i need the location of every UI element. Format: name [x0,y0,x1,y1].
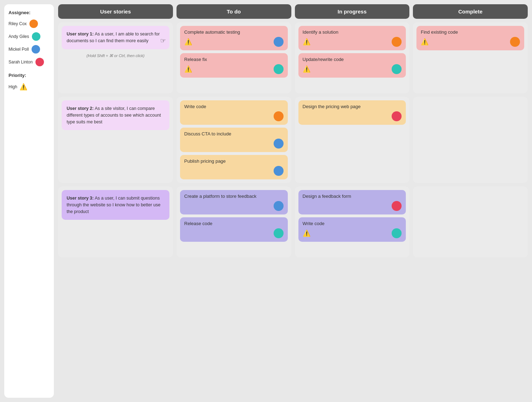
task-label-identify: Identify a solution [303,29,402,35]
assignee-name-sarah: Sarah Linton [9,60,33,65]
board-row-2: User story 2: As a site visitor, I can c… [58,97,528,183]
task-avatar-orange2 [510,37,520,47]
priority-warning-icon: ⚠️ [19,83,27,91]
task-warning-icon-6: ⚠️ [303,229,310,237]
us1-hint: (Hold Shift + ⌘ or Ctrl, then click) [62,54,169,58]
task-card-find-code[interactable]: Find existing code ⚠️ [416,26,524,50]
avatar-andy [32,32,40,41]
task-bottom-10 [184,201,284,211]
task-card-create-platform[interactable]: Create a platform to store feedback [180,190,288,214]
assignee-row-sarah[interactable]: Sarah Linton [9,57,50,67]
task-bottom-2: ⚠️ [184,64,284,74]
task-label-complete-auto: Complete automatic testing [184,29,284,35]
task-bottom-13: ⚠️ [303,228,402,238]
board: User stories To do In progress Complete … [54,0,532,402]
task-avatar-orange3 [274,111,284,121]
col-header-to-do: To do [177,4,291,19]
task-bottom-9 [303,111,402,121]
task-avatar-blue2 [274,139,284,149]
task-warning-icon-4: ⚠️ [303,65,310,73]
priority-label: Priority: [9,73,50,78]
task-card-update-code[interactable]: Update/rewrite code ⚠️ [298,53,406,78]
task-card-discuss-cta[interactable]: Discuss CTA to include [180,128,288,152]
lane-complete-row1: Find existing code ⚠️ [413,22,528,93]
us2-title: User story 2: [67,106,94,111]
task-avatar-teal3 [274,228,284,238]
task-label-find-code: Find existing code [421,29,520,35]
task-warning-icon-2: ⚠️ [184,65,192,73]
col-header-in-progress: In progress [295,4,410,19]
task-bottom-3: ⚠️ [303,37,402,47]
task-avatar-orange [392,37,402,47]
board-row-1: User story 1: As a user, I am able to se… [58,22,528,93]
task-avatar-pink2 [392,201,402,211]
us1-title: User story 1: [67,32,94,37]
task-avatar-blue3 [274,166,284,176]
task-warning-icon: ⚠️ [184,38,192,46]
lane-todo-row3: Create a platform to store feedback Rele… [177,186,291,257]
assignee-row-riley[interactable]: Riley Cox [9,19,50,29]
lane-us-row1: User story 1: As a user, I am able to se… [58,22,173,93]
assignee-row-mickel[interactable]: Mickel Poll [9,44,50,54]
task-bottom-4: ⚠️ [303,64,402,74]
user-story-card-2[interactable]: User story 2: As a site visitor, I can c… [62,100,169,130]
lane-todo-row1: Complete automatic testing ⚠️ Release fi… [177,22,291,93]
task-card-release-fix[interactable]: Release fix ⚠️ [180,53,288,78]
lane-todo-row2: Write code Discuss CTA to include Publis… [177,97,291,183]
us3-title: User story 3: [67,196,94,201]
task-card-design-feedback[interactable]: Design a feedback form [298,190,406,214]
task-warning-icon-5: ⚠️ [421,38,429,46]
task-bottom-6 [184,111,284,121]
col-header-user-stories: User stories [58,4,173,19]
task-label-release-code: Release code [184,221,284,226]
task-bottom-5: ⚠️ [421,37,520,47]
lane-complete-row2 [413,97,528,183]
task-bottom-7 [184,139,284,149]
task-bottom-1: ⚠️ [184,37,284,47]
task-avatar-blue [274,37,284,47]
lane-inprogress-row1: Identify a solution ⚠️ Update/rewrite co… [295,22,410,93]
task-card-design-pricing[interactable]: Design the pricing web page [298,100,406,125]
task-avatar-pink [392,111,402,121]
task-avatar-blue4 [274,201,284,211]
assignee-name-mickel: Mickel Poll [9,47,29,52]
task-card-release-code[interactable]: Release code [180,217,288,242]
avatar-mickel [32,45,40,54]
board-header: User stories To do In progress Complete [58,4,528,19]
task-card-identify-solution[interactable]: Identify a solution ⚠️ [298,26,406,50]
assignee-name-andy: Andy Giles [9,34,29,39]
lane-us-row3: User story 3: As a user, I can submit qu… [58,186,173,257]
task-avatar-teal4 [392,228,402,238]
sidebar: Assignee: Riley Cox Andy Giles Mickel Po… [4,4,54,398]
avatar-riley [29,19,38,28]
task-card-publish-pricing[interactable]: Publish pricing page [180,155,288,179]
task-bottom-8 [184,166,284,176]
assignee-label: Assignee: [9,10,50,15]
task-card-write-code-2[interactable]: Write code ⚠️ [298,217,406,242]
task-label-create-platform: Create a platform to store feedback [184,194,284,199]
task-warning-icon-3: ⚠️ [303,38,310,46]
assignee-name-riley: Riley Cox [9,21,27,26]
task-label-write-code: Write code [184,104,284,109]
lane-inprogress-row2: Design the pricing web page [295,97,410,183]
col-header-complete: Complete [413,4,528,19]
task-bottom-12 [303,201,402,211]
board-rows: User story 1: As a user, I am able to se… [58,22,528,257]
task-label-update: Update/rewrite code [303,57,402,62]
assignee-row-andy[interactable]: Andy Giles [9,32,50,41]
task-card-complete-auto-testing[interactable]: Complete automatic testing ⚠️ [180,26,288,50]
cursor-icon: ☞ [160,36,166,46]
task-label-publish: Publish pricing page [184,158,284,164]
task-label-release-fix: Release fix [184,57,284,62]
user-story-card-1[interactable]: User story 1: As a user, I am able to se… [62,26,169,49]
user-story-card-3[interactable]: User story 3: As a user, I can submit qu… [62,190,169,220]
board-row-3: User story 3: As a user, I can submit qu… [58,186,528,257]
task-bottom-11 [184,228,284,238]
task-label-design-pricing: Design the pricing web page [303,104,402,109]
lane-inprogress-row3: Design a feedback form Write code ⚠️ [295,186,410,257]
lane-us-row2: User story 2: As a site visitor, I can c… [58,97,173,183]
task-label-design-feedback: Design a feedback form [303,194,402,199]
task-card-write-code[interactable]: Write code [180,100,288,125]
task-label-discuss: Discuss CTA to include [184,131,284,136]
task-avatar-teal2 [392,64,402,74]
